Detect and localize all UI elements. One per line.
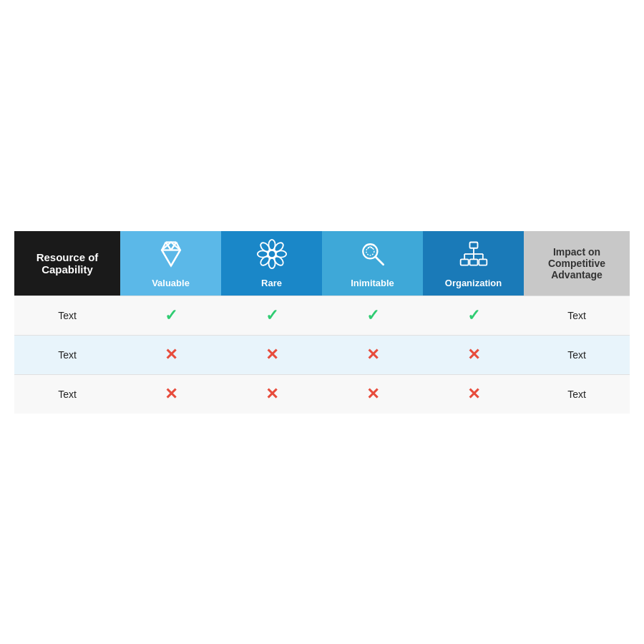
valuable-cell: ✕ xyxy=(120,335,221,374)
table-row: Text ✓ ✓ ✓ ✓ Text xyxy=(14,296,630,335)
check-icon: ✓ xyxy=(366,306,379,324)
organization-cell: ✕ xyxy=(423,335,524,374)
check-icon: ✓ xyxy=(265,306,278,324)
inimitable-header: Inimitable xyxy=(322,231,423,296)
impact-header: Impact on Competitive Advantage xyxy=(524,231,630,296)
resource-cell: Text xyxy=(14,335,120,374)
inimitable-cell: ✕ xyxy=(322,374,423,414)
inimitable-cell: ✕ xyxy=(322,335,423,374)
organization-header: Organization xyxy=(423,231,524,296)
cross-icon: ✕ xyxy=(467,385,480,403)
table-row: Text ✕ ✕ ✕ ✕ Text xyxy=(14,335,630,374)
impact-cell: Text xyxy=(524,374,630,414)
rare-cell: ✕ xyxy=(221,374,322,414)
valuable-label: Valuable xyxy=(152,278,190,288)
rare-cell: ✓ xyxy=(221,296,322,335)
svg-rect-20 xyxy=(479,259,487,265)
cross-icon: ✕ xyxy=(467,346,480,364)
svg-rect-18 xyxy=(460,259,468,265)
organization-cell: ✓ xyxy=(423,296,524,335)
impact-header-label: Impact on Competitive Advantage xyxy=(548,246,605,280)
valuable-header-cell: Valuable xyxy=(126,238,215,288)
svg-rect-19 xyxy=(469,259,477,265)
cross-icon: ✕ xyxy=(366,346,379,364)
rare-cell: ✕ xyxy=(221,335,322,374)
inimitable-header-cell: Inimitable xyxy=(328,238,417,288)
valuable-header: Valuable xyxy=(120,231,221,296)
magnify-icon xyxy=(357,238,389,273)
table-row: Text ✕ ✕ ✕ ✕ Text xyxy=(14,374,630,414)
valuable-cell: ✓ xyxy=(120,296,221,335)
check-icon: ✓ xyxy=(165,306,177,324)
check-icon: ✓ xyxy=(467,306,480,324)
resource-cell: Text xyxy=(14,296,120,335)
valuable-cell: ✕ xyxy=(120,374,221,414)
flower-icon xyxy=(256,238,288,273)
rare-label: Rare xyxy=(261,278,282,288)
table-header-row: Resource of Capability xyxy=(14,231,630,296)
cross-icon: ✕ xyxy=(165,385,177,403)
inimitable-cell: ✓ xyxy=(322,296,423,335)
resource-header-label: Resource of Capability xyxy=(36,251,99,275)
impact-cell: Text xyxy=(524,296,630,335)
org-header-cell: Organization xyxy=(429,238,518,288)
resource-cell: Text xyxy=(14,374,120,414)
organization-label: Organization xyxy=(445,278,502,288)
cross-icon: ✕ xyxy=(265,385,278,403)
cross-icon: ✕ xyxy=(265,346,278,364)
inimitable-label: Inimitable xyxy=(351,278,394,288)
table-body: Text ✓ ✓ ✓ ✓ Text Text ✕ ✕ ✕ ✕ Text Text… xyxy=(14,296,630,414)
rare-header: Rare xyxy=(221,231,322,296)
impact-cell: Text xyxy=(524,335,630,374)
cross-icon: ✕ xyxy=(366,385,379,403)
diamond-icon xyxy=(155,238,187,273)
resource-header: Resource of Capability xyxy=(14,231,120,296)
rare-header-cell: Rare xyxy=(227,238,316,288)
organization-cell: ✕ xyxy=(423,374,524,414)
vrio-table: Resource of Capability xyxy=(14,231,630,414)
cross-icon: ✕ xyxy=(165,346,177,364)
svg-line-15 xyxy=(375,256,383,264)
svg-rect-17 xyxy=(469,242,477,248)
org-icon xyxy=(458,238,489,273)
